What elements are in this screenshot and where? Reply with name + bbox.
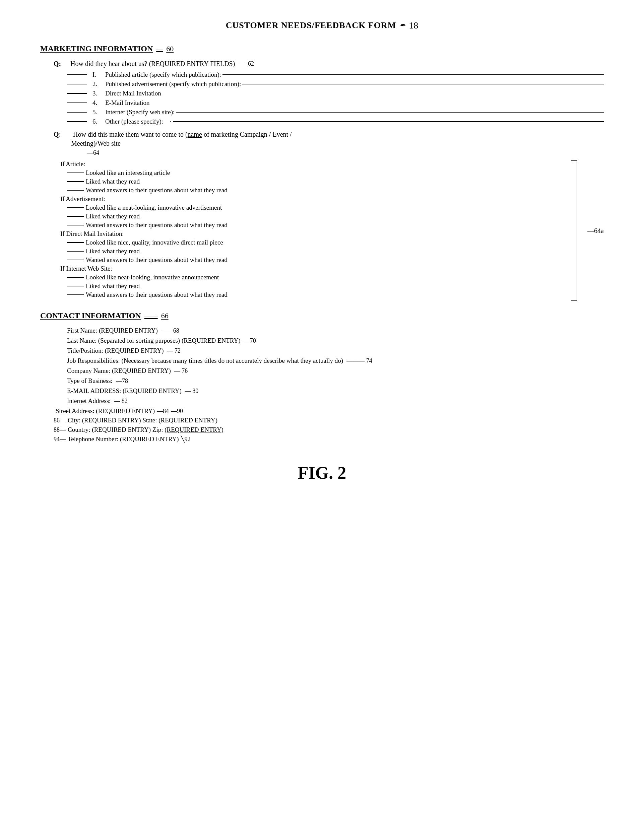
name-underlined: name [188, 131, 202, 138]
answer-item-2: 2. Published advertisement (specify whic… [67, 80, 604, 88]
dm-text-1: Looked like nice, quality, innovative di… [86, 239, 223, 246]
check-blank-a3 [67, 190, 84, 191]
contact-country-zip: 88— Country: (REQUIRED ENTRY) Zip: (REQU… [54, 426, 604, 433]
line-2 [242, 84, 604, 84]
contact-street-address: Street Address: (REQUIRED ENTRY) —84 —90 [54, 407, 604, 415]
internet-text-1: Looked like neat-looking, innovative ann… [86, 274, 219, 281]
dm-item-1: Looked like nice, quality, innovative di… [60, 239, 564, 246]
figure-label: FIG. 2 [40, 463, 604, 483]
check-blank-ad2 [67, 216, 84, 217]
bracket-ref-64a: —64a [587, 161, 604, 301]
contact-job-responsibilities: Job Responsibilities: (Necessary because… [67, 357, 604, 364]
check-blank-dm3 [67, 260, 84, 260]
if-advertisement-section: If Advertisement: Looked like a neat-loo… [40, 195, 564, 229]
page-title: CUSTOMER NEEDS/FEEDBACK FORM [226, 20, 396, 31]
internet-item-1: Looked like neat-looking, innovative ann… [60, 274, 564, 281]
if-direct-mail-section: If Direct Mail Invitation: Looked like n… [40, 230, 564, 263]
dm-text-2: Liked what they read [86, 248, 140, 255]
internet-item-3: Wanted answers to their questions about … [60, 291, 564, 299]
dm-item-2: Liked what they read [60, 248, 564, 255]
q2-continuation: Meeting)/Web site [54, 140, 604, 147]
internet-text-3: Wanted answers to their questions about … [86, 291, 227, 299]
bracket-content: If Article: Looked like an interesting a… [40, 161, 564, 301]
check-blank-ad1 [67, 207, 84, 208]
contact-telephone: 94— Telephone Number: (REQUIRED ENTRY) ╲… [54, 435, 604, 443]
contact-items-list: First Name: (REQUIRED ENTRY) ——68 Last N… [40, 327, 604, 405]
article-item-1: Looked like an interesting article [60, 169, 564, 176]
article-item-3: Wanted answers to their questions about … [60, 187, 564, 194]
check-blank-a2 [67, 181, 84, 182]
item-num-6: 6. [92, 118, 103, 125]
contact-company-name: Company Name: (REQUIRED ENTRY) — 76 [67, 367, 604, 375]
if-direct-mail-title: If Direct Mail Invitation: [60, 230, 564, 237]
item-num-1: I. [92, 71, 103, 78]
advert-item-3: Wanted answers to their questions about … [60, 221, 564, 229]
contact-type-of-business: Type of Business: —78 [67, 377, 604, 384]
header-ref-num: 18 [409, 20, 418, 31]
article-item-2: Liked what they read [60, 178, 564, 185]
dm-item-3: Wanted answers to their questions about … [60, 256, 564, 263]
line-6 [173, 121, 604, 122]
advert-item-1: Looked like a neat-looking, innovative a… [60, 204, 564, 211]
contact-section: CONTACT INFORMATION —— 66 First Name: (R… [40, 311, 604, 443]
answer-item-6: 6. Other (please specify): · [67, 118, 604, 125]
internet-item-2: Liked what they read [60, 282, 564, 290]
blank-3 [67, 93, 87, 94]
marketing-section-header: MARKETING INFORMATION — 60 [40, 44, 604, 53]
marketing-title: MARKETING INFORMATION [40, 44, 153, 53]
item-text-2: Published advertisement (specify which p… [105, 80, 604, 88]
blank-4 [67, 103, 87, 103]
question-1-row: Q: How did they hear about us? (REQUIRED… [40, 60, 604, 68]
dm-text-3: Wanted answers to their questions about … [86, 256, 227, 263]
check-blank-dm2 [67, 251, 84, 251]
advert-text-3: Wanted answers to their questions about … [86, 221, 227, 229]
internet-text-2: Liked what they read [86, 282, 140, 290]
advert-text-1: Looked like a neat-looking, innovative a… [86, 204, 222, 211]
q1-label: Q: [54, 60, 71, 68]
contact-first-name: First Name: (REQUIRED ENTRY) ——68 [67, 327, 604, 334]
q2-text: How did this make them want to come to (… [73, 131, 292, 138]
item-num-3: 3. [92, 90, 103, 97]
answer-item-3: 3. Direct Mail Invitation [67, 90, 604, 97]
item-text-5: Internet (Specify web site): [105, 109, 604, 116]
q1-ref: — 62 [240, 60, 254, 67]
check-blank-iw3 [67, 294, 84, 295]
bracket-container: If Article: Looked like an interesting a… [40, 161, 604, 301]
contact-city-state: 86— City: (REQUIRED ENTRY) State: (REQUI… [54, 417, 604, 424]
answer-item-1: I. Published article (specify which publ… [67, 71, 604, 78]
marketing-ref: 60 [166, 44, 173, 53]
contact-email-address: E-MAIL ADDRESS: (REQUIRED ENTRY) — 80 [67, 387, 604, 395]
page-header: CUSTOMER NEEDS/FEEDBACK FORM ✒ 18 [40, 20, 604, 31]
blank-2 [67, 84, 87, 84]
contact-internet-address: Internet Address: — 82 [67, 397, 604, 405]
q2-text-row: Q: How did this make them want to come t… [54, 131, 604, 138]
if-article-section: If Article: Looked like an interesting a… [40, 161, 564, 194]
article-text-1: Looked like an interesting article [86, 169, 170, 176]
ref-64-label: —64 [54, 149, 604, 156]
check-blank-ad3 [67, 225, 84, 225]
if-internet-title: If Internet Web Site: [60, 265, 564, 272]
pen-icon: ✒ [399, 21, 405, 30]
item-text-4: E-Mail Invitation [105, 99, 604, 107]
item-text-3: Direct Mail Invitation [105, 90, 604, 97]
item-num-5: 5. [92, 109, 103, 116]
q1-text: How did they hear about us? (REQUIRED EN… [71, 60, 604, 68]
item-text-1: Published article (specify which publica… [105, 71, 604, 78]
contact-section-header: CONTACT INFORMATION —— 66 [40, 311, 604, 320]
contact-last-name: Last Name: (Separated for sorting purpos… [67, 337, 604, 344]
answer-item-5: 5. Internet (Specify web site): [67, 109, 604, 116]
if-article-title: If Article: [60, 161, 564, 168]
article-text-3: Wanted answers to their questions about … [86, 187, 227, 194]
check-blank-iw2 [67, 286, 84, 286]
contact-title: CONTACT INFORMATION [40, 311, 141, 320]
answer-item-4: 4. E-Mail Invitation [67, 99, 604, 107]
item-num-2: 2. [92, 80, 103, 88]
blank-1 [67, 74, 87, 75]
contact-ref: 66 [161, 312, 169, 320]
line-5 [176, 112, 604, 113]
marketing-arrow: — [156, 45, 163, 53]
item-text-6: Other (please specify): · [105, 118, 604, 125]
check-blank-dm1 [67, 242, 84, 243]
if-internet-section: If Internet Web Site: Looked like neat-l… [40, 265, 564, 299]
item-num-4: 4. [92, 99, 103, 107]
